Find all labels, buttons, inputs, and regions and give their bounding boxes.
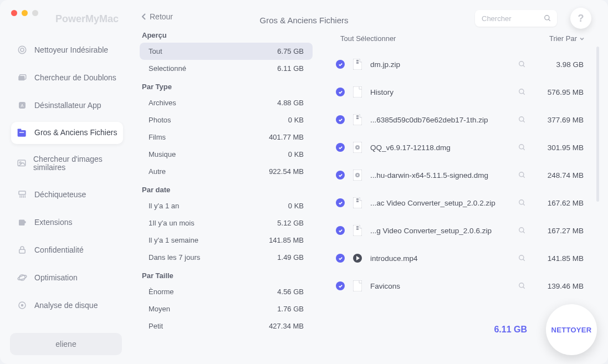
filter-value: 5.12 GB: [277, 219, 304, 227]
files-icon: [17, 127, 28, 139]
sidebar-item-app[interactable]: ADésinstallateur App: [11, 94, 123, 116]
select-all-label[interactable]: Tout Sélectionner: [340, 34, 396, 43]
filter-row[interactable]: Il y'a 1 an0 KB: [140, 197, 313, 214]
reveal-icon[interactable]: [518, 282, 526, 290]
file-size: 167.62 MB: [536, 199, 584, 207]
file-row[interactable]: Favicons139.46 MB: [333, 272, 587, 300]
svg-rect-27: [356, 62, 359, 64]
checkbox[interactable]: [336, 115, 345, 124]
file-row[interactable]: ...ac Video Converter_setup_2.0.2.zip167…: [333, 189, 587, 217]
filter-row[interactable]: 1Il y'a un mois5.12 GB: [140, 214, 313, 232]
filter-row[interactable]: Petit427.34 MB: [140, 317, 313, 335]
svg-line-68: [523, 287, 525, 289]
svg-rect-8: [18, 130, 26, 137]
sidebar-item-shredder[interactable]: Déchiqueteuse: [11, 183, 123, 206]
filter-row[interactable]: Moyen1.76 GB: [140, 300, 313, 317]
file-row[interactable]: ...hu-darwin-x64-5.11.5-signed.dmg248.74…: [333, 161, 587, 189]
svg-point-47: [357, 175, 359, 176]
svg-rect-52: [356, 201, 359, 202]
sidebar-item-label: Déchiqueteuse: [34, 190, 86, 199]
file-type-icon: [352, 141, 362, 153]
close-window-button[interactable]: [11, 10, 17, 16]
reveal-icon[interactable]: [518, 227, 526, 234]
checkbox[interactable]: [336, 143, 345, 152]
filter-row[interactable]: Films401.77 MB: [140, 129, 313, 146]
app-title: PowerMyMac: [55, 13, 119, 25]
reveal-icon[interactable]: [518, 60, 526, 68]
file-name: History: [370, 88, 508, 96]
file-type-icon: [352, 224, 362, 237]
checkbox[interactable]: [336, 198, 345, 207]
svg-point-22: [17, 274, 27, 280]
file-row[interactable]: QQ_v6.9.17-12118.dmg301.95 MB: [333, 134, 587, 161]
reveal-icon[interactable]: [518, 116, 526, 124]
sort-label: Trier Par: [549, 34, 577, 43]
image-icon: [17, 158, 27, 169]
svg-line-55: [523, 204, 525, 206]
maximize-window-button[interactable]: [32, 10, 38, 16]
checkbox[interactable]: [336, 254, 345, 263]
filter-row[interactable]: Il y'a 1 semaine141.85 MB: [140, 232, 313, 249]
minimize-window-button[interactable]: [22, 10, 28, 16]
sidebar-item-folders[interactable]: Chercheur de Doublons: [11, 66, 123, 89]
svg-point-60: [519, 228, 524, 232]
sidebar-item-planet[interactable]: Optimisation: [11, 266, 123, 289]
filter-row[interactable]: Musique0 KB: [140, 146, 313, 163]
filter-row[interactable]: Ènorme4.56 GB: [140, 283, 313, 300]
back-button[interactable]: Retour: [142, 12, 313, 21]
checkbox[interactable]: [336, 226, 345, 235]
file-row[interactable]: ...6385d59c0db76e62deb17-1th.zip377.69 M…: [333, 106, 587, 134]
scrollbar[interactable]: [596, 47, 599, 202]
disk-icon: [17, 300, 28, 311]
svg-line-33: [523, 93, 525, 95]
filter-row[interactable]: Archives4.88 GB: [140, 94, 313, 111]
svg-rect-51: [356, 198, 359, 200]
svg-line-61: [523, 232, 525, 233]
filter-row[interactable]: Photos0 KB: [140, 111, 313, 129]
file-name: ...ac Video Converter_setup_2.0.2.zip: [370, 199, 508, 207]
sidebar-item-lock[interactable]: Confidentialité: [11, 239, 123, 261]
file-size: 248.74 MB: [536, 171, 584, 180]
file-name: ...6385d59c0db76e62deb17-1th.zip: [370, 116, 508, 124]
file-row[interactable]: introduce.mp4141.85 MB: [333, 244, 587, 272]
checkbox[interactable]: [336, 60, 345, 69]
file-size: 377.69 MB: [536, 116, 584, 124]
sidebar-item-puzzle[interactable]: Extensions: [11, 211, 123, 233]
checkbox[interactable]: [336, 281, 345, 290]
file-row[interactable]: ...g Video Converter_setup_2.0.6.zip167.…: [333, 217, 587, 244]
filter-section-title: Par date: [142, 186, 313, 194]
file-size: 141.85 MB: [536, 254, 584, 263]
sort-button[interactable]: Trier Par: [549, 34, 585, 43]
filter-label: Archives: [149, 99, 176, 107]
reveal-icon[interactable]: [518, 171, 526, 179]
sidebar-item-image[interactable]: Chercheur d'images similaires: [11, 150, 123, 178]
svg-line-39: [523, 121, 525, 122]
reveal-icon[interactable]: [518, 254, 526, 262]
filter-row[interactable]: Tout6.75 GB: [140, 43, 313, 60]
sidebar-item-files[interactable]: Gros & Anciens Fichiers: [11, 122, 123, 144]
svg-rect-11: [18, 160, 25, 166]
filter-row[interactable]: Autre922.54 MB: [140, 163, 313, 180]
filter-row[interactable]: Dans les 7 jours1.49 GB: [140, 249, 313, 266]
lock-icon: [17, 244, 28, 255]
clean-button[interactable]: NETTOYER: [546, 304, 597, 355]
filter-label: Il y'a 1 semaine: [149, 236, 198, 244]
checkbox[interactable]: [336, 88, 345, 96]
reveal-icon[interactable]: [518, 199, 526, 207]
puzzle-icon: [17, 217, 28, 228]
sidebar-item-label: Chercheur de Doublons: [34, 73, 116, 82]
file-row[interactable]: History576.95 MB: [333, 78, 587, 106]
reveal-icon[interactable]: [518, 88, 526, 96]
file-panel: Tout Sélectionner Trier Par dm.jp.zip3.9…: [321, 0, 608, 364]
checkbox[interactable]: [336, 171, 345, 180]
reveal-icon[interactable]: [518, 143, 526, 151]
filter-row[interactable]: Selectionné6.11 GB: [140, 60, 313, 77]
filter-value: 6.11 GB: [277, 64, 304, 73]
sidebar-item-disk[interactable]: Analyse de disque: [11, 294, 123, 316]
user-pill[interactable]: eliene: [10, 333, 122, 355]
file-row[interactable]: dm.jp.zip3.98 GB: [333, 50, 587, 78]
filter-label: Photos: [149, 116, 171, 124]
svg-line-30: [523, 65, 525, 67]
sidebar-item-target[interactable]: Nettoyeur Indésirable: [11, 39, 123, 61]
target-icon: [17, 44, 28, 55]
